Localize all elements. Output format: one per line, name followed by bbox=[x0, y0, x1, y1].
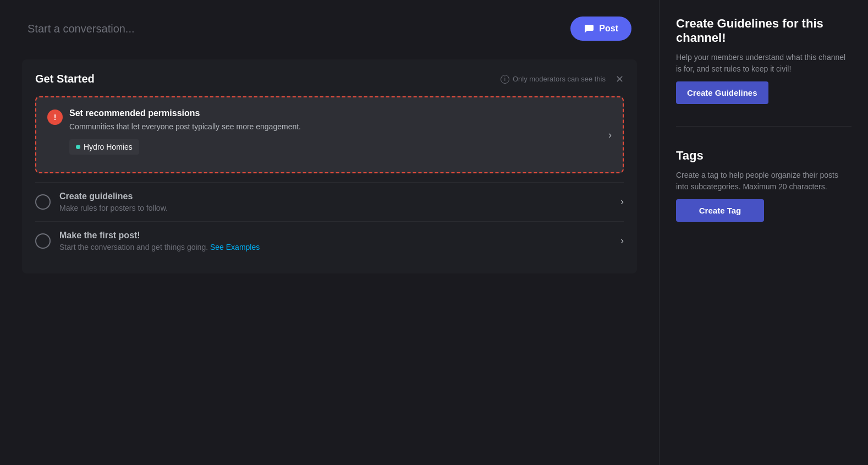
get-started-section: Get Started i Only moderators can see th… bbox=[22, 59, 637, 273]
right-sidebar: Create Guidelines for this channel! Help… bbox=[659, 0, 868, 465]
see-examples-link[interactable]: See Examples bbox=[210, 243, 260, 251]
card-header: ! Set recommended permissions Communitie… bbox=[47, 108, 612, 155]
divider bbox=[676, 126, 851, 127]
get-started-title: Get Started bbox=[35, 73, 95, 85]
tags-section-desc: Create a tag to help people organize the… bbox=[676, 169, 851, 193]
create-tag-button[interactable]: Create Tag bbox=[676, 199, 764, 222]
card-title: Set recommended permissions bbox=[69, 108, 612, 118]
list-item-title: Create guidelines bbox=[59, 192, 612, 201]
conversation-placeholder: Start a conversation... bbox=[28, 23, 135, 35]
conversation-bar: Start a conversation... Post bbox=[22, 17, 637, 41]
tag-dot bbox=[76, 145, 80, 149]
circle-icon bbox=[35, 194, 51, 210]
card-description: Communities that let everyone post typic… bbox=[69, 122, 612, 133]
main-area: Start a conversation... Post Get Started… bbox=[0, 0, 659, 465]
close-button[interactable]: ✕ bbox=[616, 73, 624, 85]
create-guidelines-button[interactable]: Create Guidelines bbox=[676, 81, 768, 104]
create-guidelines-item[interactable]: Create guidelines Make rules for posters… bbox=[35, 182, 624, 221]
chevron-right-icon: › bbox=[608, 129, 612, 140]
list-item-description: Start the conversation and get things go… bbox=[59, 243, 612, 251]
chat-icon bbox=[584, 23, 595, 34]
guidelines-section-desc: Help your members understand what this c… bbox=[676, 52, 851, 75]
chevron-right-icon: › bbox=[620, 235, 624, 247]
get-started-header: Get Started i Only moderators can see th… bbox=[35, 73, 624, 85]
tag-badge: Hydro Homies bbox=[69, 139, 139, 155]
card-content: Set recommended permissions Communities … bbox=[69, 108, 612, 155]
first-post-item[interactable]: Make the first post! Start the conversat… bbox=[35, 221, 624, 260]
list-item-title: Make the first post! bbox=[59, 231, 612, 240]
chevron-right-icon: › bbox=[620, 196, 624, 207]
post-button[interactable]: Post bbox=[570, 17, 631, 41]
guidelines-section-title: Create Guidelines for this channel! bbox=[676, 17, 851, 45]
highlighted-card[interactable]: ! Set recommended permissions Communitie… bbox=[35, 96, 624, 173]
list-item-content: Make the first post! Start the conversat… bbox=[59, 231, 612, 251]
warning-icon: ! bbox=[47, 110, 63, 125]
circle-icon bbox=[35, 233, 51, 249]
list-item-description: Make rules for posters to follow. bbox=[59, 204, 612, 212]
tags-section-title: Tags bbox=[676, 149, 851, 163]
moderator-notice: i Only moderators can see this bbox=[501, 75, 606, 84]
list-item-content: Create guidelines Make rules for posters… bbox=[59, 192, 612, 212]
info-icon: i bbox=[501, 75, 509, 84]
page-container: Start a conversation... Post Get Started… bbox=[0, 0, 868, 465]
guidelines-section: Create Guidelines for this channel! Help… bbox=[676, 17, 851, 104]
tags-section: Tags Create a tag to help people organiz… bbox=[676, 149, 851, 222]
